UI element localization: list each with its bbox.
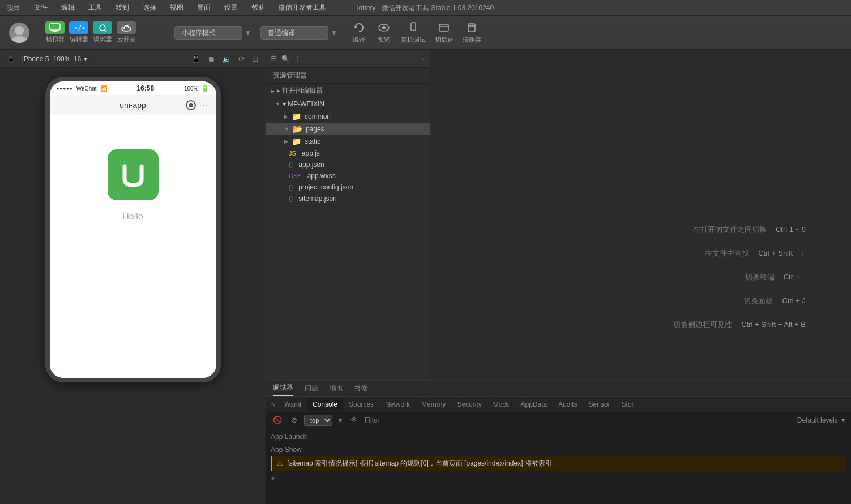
- simulator-btn-group[interactable]: 模拟器: [45, 21, 65, 44]
- mp-weixin-caret: [275, 101, 280, 107]
- debug-subtoolbar: 🚫 ⊘ top ▼ 👁 Default levels ▼: [266, 412, 851, 428]
- debugger-label: 调试器: [93, 35, 112, 44]
- open-editors-header[interactable]: ▸ 打开的编辑器: [266, 84, 430, 98]
- menu-item-view[interactable]: 视图: [168, 2, 186, 14]
- menu-item-edit[interactable]: 编辑: [59, 2, 77, 14]
- menu-item-interface[interactable]: 界面: [195, 2, 213, 14]
- debugger-icon-btn[interactable]: [93, 21, 112, 34]
- menu-item-help[interactable]: 帮助: [249, 2, 267, 14]
- wifi-icon: 📶: [100, 85, 107, 92]
- menu-item-tools[interactable]: 工具: [86, 2, 104, 14]
- shortcut-row-0: 在打开的文件之间切换 Ctrl 1 ~ 9: [693, 225, 806, 235]
- editor-btn-group[interactable]: </> 编辑器: [69, 21, 88, 44]
- common-label: common: [305, 113, 331, 120]
- rotate-icon[interactable]: ⟳: [238, 54, 245, 63]
- title-bar: lottery - 微信开发者工具 Stable 1.03.2010240: [357, 3, 494, 13]
- tree-item-projectconfig[interactable]: {} project.config.json: [266, 182, 430, 193]
- console-cursor-line[interactable]: >: [271, 472, 846, 485]
- simulator-icon-btn[interactable]: [45, 21, 65, 34]
- record-btn[interactable]: [186, 100, 196, 110]
- tree-item-appjs[interactable]: JS app.js: [266, 148, 430, 159]
- tree-item-appwxss[interactable]: CSS app.wxss: [266, 170, 430, 182]
- compile-action[interactable]: 编译: [351, 21, 367, 44]
- tree-item-sitemapjson[interactable]: {} sitemap.json: [266, 193, 430, 204]
- clear-cache-label: 清缓存: [463, 36, 481, 44]
- tab-memory[interactable]: Memory: [416, 398, 451, 411]
- folder-icon-pages: 📂: [293, 124, 302, 133]
- menu-item-settings[interactable]: 设置: [222, 2, 240, 14]
- explorer-collapse-icon[interactable]: ⋮: [294, 55, 301, 63]
- compile-selector[interactable]: 普通编译 自定义编译: [260, 26, 328, 40]
- toolbar-right: 编译 预览 真机调试 切后台 清缓存: [351, 21, 481, 44]
- tab-security[interactable]: Security: [451, 398, 487, 411]
- cut-bg-action[interactable]: 切后台: [435, 21, 454, 44]
- clear-cache-action[interactable]: 清缓存: [463, 21, 481, 44]
- console-filter-icon[interactable]: ⊘: [289, 415, 300, 425]
- cloud-btn-group[interactable]: 云开发: [117, 21, 136, 44]
- console-cursor[interactable]: >: [271, 473, 275, 484]
- debug-select-icon[interactable]: ↖: [271, 400, 276, 408]
- explorer-search-icon[interactable]: 🔍: [281, 55, 290, 63]
- shortcut-keys-0: Ctrl 1 ~ 9: [776, 225, 806, 234]
- top-tab-debugger[interactable]: 调试器: [273, 381, 293, 396]
- tab-mock[interactable]: Mock: [487, 398, 515, 411]
- explorer-toolbar: ☰ 🔍 ⋮ →: [266, 50, 430, 68]
- svg-text:</>: </>: [74, 24, 85, 32]
- top-tab-terminal[interactable]: 终端: [354, 381, 368, 395]
- sound-icon[interactable]: 🔈: [222, 54, 232, 63]
- svg-point-0: [15, 26, 24, 35]
- avatar[interactable]: [9, 23, 29, 43]
- device-selector[interactable]: iPhone 5 100% 16: [22, 55, 88, 63]
- menu-item-goto[interactable]: 转到: [113, 2, 131, 14]
- phone-frame-icon[interactable]: 📱: [191, 54, 200, 63]
- sitemapjson-label: sitemap.json: [298, 195, 336, 203]
- editor-icon-btn[interactable]: </>: [69, 21, 88, 34]
- appjson-label: app.json: [298, 161, 324, 169]
- debugger-btn-group[interactable]: 调试器: [93, 21, 112, 44]
- top-tab-output[interactable]: 输出: [330, 381, 343, 395]
- tree-item-common[interactable]: 📁 common: [266, 110, 430, 123]
- phone-body: Hello: [50, 115, 216, 378]
- preview-action[interactable]: 预览: [376, 21, 392, 44]
- menu-item-file[interactable]: 文件: [32, 2, 50, 14]
- shortcut-desc-1: 在文件中查找: [705, 248, 749, 259]
- tab-stor[interactable]: Stor: [616, 398, 640, 411]
- tree-item-pages[interactable]: 📂 pages: [266, 123, 430, 135]
- mp-weixin-root[interactable]: ▾ MP-WEIXIN: [266, 98, 430, 110]
- preview-label: 预览: [378, 36, 390, 44]
- cloud-icon-btn[interactable]: [117, 21, 136, 34]
- top-tab-issues[interactable]: 问题: [305, 381, 318, 395]
- fullscreen-icon[interactable]: ⊡: [252, 54, 259, 63]
- filter-input[interactable]: [365, 416, 793, 424]
- tab-sensor[interactable]: Sensor: [583, 398, 616, 411]
- record-icon[interactable]: ⏺: [207, 54, 215, 63]
- shortcut-desc-3: 切换面板: [743, 296, 773, 306]
- eye-icon[interactable]: 👁: [348, 415, 360, 425]
- explorer-title: 资源管理器: [266, 68, 430, 84]
- tab-sources[interactable]: Sources: [343, 398, 379, 411]
- explorer-menu-icon[interactable]: ☰: [271, 55, 277, 63]
- tab-wxml[interactable]: Wxml: [279, 398, 307, 411]
- console-clear-icon[interactable]: 🚫: [271, 415, 284, 425]
- static-caret: [284, 139, 288, 144]
- tab-network[interactable]: Network: [379, 398, 416, 411]
- static-label: static: [305, 137, 320, 145]
- real-machine-action[interactable]: 真机调试: [401, 21, 426, 44]
- mode-selector[interactable]: 小程序模式 插件模式: [174, 26, 242, 40]
- tab-appdata[interactable]: AppData: [515, 398, 553, 411]
- menu-item-wechat[interactable]: 微信开发者工具: [276, 2, 328, 14]
- tree-item-static[interactable]: 📁 static: [266, 135, 430, 148]
- avatar-group[interactable]: [9, 23, 29, 43]
- more-btn[interactable]: ···: [199, 101, 209, 110]
- menu-item-project[interactable]: 项目: [5, 2, 23, 14]
- menu-item-select[interactable]: 选择: [140, 2, 159, 14]
- explorer-add-icon[interactable]: →: [418, 55, 425, 63]
- network-label: WeChat: [76, 85, 97, 92]
- mp-weixin-label: ▾ MP-WEIXIN: [283, 100, 324, 108]
- context-selector[interactable]: top: [304, 415, 332, 426]
- tab-audits[interactable]: Audits: [553, 398, 583, 411]
- tab-console[interactable]: Console: [307, 398, 343, 411]
- tree-item-appjson[interactable]: {} app.json: [266, 159, 430, 170]
- shortcut-row-3: 切换面板 Ctrl + J: [743, 296, 806, 306]
- default-levels[interactable]: Default levels ▼: [797, 416, 846, 424]
